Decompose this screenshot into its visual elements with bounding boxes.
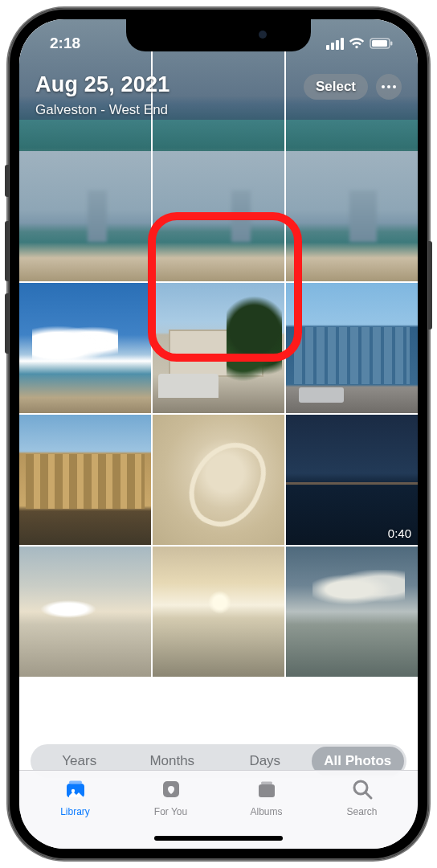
- phone-frame: 2:18: [8, 8, 429, 860]
- tab-label: Search: [346, 806, 377, 817]
- video-thumbnail[interactable]: 0:40: [286, 415, 418, 545]
- photo-thumbnail[interactable]: [19, 283, 151, 413]
- for-you-icon: [158, 777, 184, 804]
- svg-rect-4: [69, 781, 82, 784]
- cellular-icon: [326, 38, 344, 50]
- battery-icon: [370, 38, 394, 49]
- photo-thumbnail[interactable]: [286, 151, 418, 281]
- search-icon: [349, 777, 375, 804]
- mute-switch: [5, 165, 9, 197]
- photo-thumbnail[interactable]: [19, 151, 151, 281]
- power-button: [428, 241, 432, 330]
- select-button[interactable]: Select: [304, 74, 368, 100]
- header-location: Galveston - West End: [35, 102, 170, 118]
- tab-label: Library: [60, 806, 90, 817]
- screen: 2:18: [19, 19, 418, 849]
- status-time: 2:18: [50, 35, 80, 52]
- photo-thumbnail[interactable]: [19, 547, 151, 677]
- wifi-icon: [349, 38, 365, 50]
- more-button[interactable]: [376, 74, 402, 100]
- photo-thumbnail[interactable]: [286, 547, 418, 677]
- photo-thumbnail[interactable]: [286, 283, 418, 413]
- tab-label: Albums: [250, 806, 282, 817]
- library-header: Aug 25, 2021 Galveston - West End Select: [19, 66, 418, 125]
- header-date: Aug 25, 2021: [35, 72, 170, 97]
- video-duration-badge: 0:40: [388, 526, 411, 540]
- svg-line-10: [366, 792, 371, 798]
- library-icon: [63, 777, 88, 804]
- photo-thumbnail[interactable]: [153, 151, 284, 281]
- albums-icon: [254, 777, 280, 804]
- notch: [126, 19, 311, 51]
- status-right: [326, 38, 394, 50]
- svg-rect-8: [261, 782, 272, 785]
- photo-thumbnail[interactable]: [153, 283, 284, 413]
- volume-up-button: [5, 221, 9, 281]
- photo-thumbnail[interactable]: [19, 415, 151, 545]
- svg-rect-7: [259, 784, 275, 797]
- tab-search[interactable]: Search: [314, 777, 410, 849]
- tab-library[interactable]: Library: [27, 777, 123, 849]
- photo-thumbnail[interactable]: [153, 415, 284, 545]
- home-indicator[interactable]: [154, 836, 283, 841]
- volume-down-button: [5, 293, 9, 354]
- svg-rect-2: [390, 42, 392, 46]
- ellipsis-icon: [382, 85, 396, 88]
- photo-grid[interactable]: 0:40: [19, 19, 418, 747]
- svg-rect-1: [372, 40, 387, 47]
- tab-label: For You: [154, 806, 187, 817]
- photo-thumbnail[interactable]: [153, 547, 284, 677]
